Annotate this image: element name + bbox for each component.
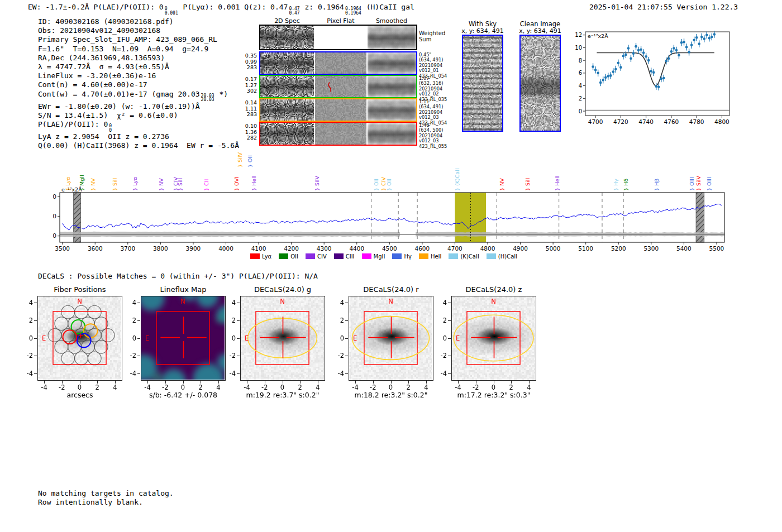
svg-text:3500: 3500 — [55, 245, 70, 252]
pixel-flat-image-2 — [315, 76, 366, 97]
cutout-row-label-2: 1.07"(632, 316)20210904v012_02423_RL_035 — [419, 76, 447, 102]
sky-image-box-1 — [519, 35, 561, 132]
line-fit-plot: 024681012470047204740476047804800e⁻¹⁷x2Å — [570, 27, 737, 134]
twod-spec-image-4 — [260, 123, 314, 145]
svg-text:0: 0 — [53, 232, 56, 239]
legend-swatch — [250, 253, 260, 259]
panel-xtick: 4 — [309, 384, 326, 391]
panel-ytick: -4 — [436, 370, 447, 377]
panel-ytick: -4 — [333, 370, 344, 377]
svg-text:3600: 3600 — [88, 245, 103, 252]
panel-ytick-mark — [237, 356, 240, 356]
panel-xtick: 2 — [503, 384, 519, 391]
line-label-SiII: } SiII — [177, 178, 183, 191]
spectrum-svg: 0102035003600370038003900400041004200430… — [53, 150, 732, 261]
panel-ytick: 2 — [333, 317, 344, 324]
panel-ytick-mark — [137, 303, 140, 303]
cutout-row-weights-3: 0.141.11283 — [240, 100, 257, 118]
sky-coords-0: x, y: 634, 491 — [454, 27, 512, 35]
panel-ytick: 0 — [125, 334, 136, 342]
svg-text:3700: 3700 — [120, 245, 135, 252]
clean-image — [521, 36, 560, 131]
legend-item-1: OII — [279, 253, 298, 260]
legend-label: MgII — [374, 253, 385, 260]
panel-xtick: -2 — [54, 384, 70, 391]
panel-ytick-mark — [448, 320, 451, 321]
smoothed-image-0 — [368, 26, 416, 49]
elixer-detection-report: EW: -1.7±-0.2Å P(LAE)/P(OII): 000.001 P(… — [0, 0, 782, 532]
twod-spec-image-3 — [260, 99, 314, 121]
panel-overlay-1: NE — [141, 296, 225, 380]
svg-text:4: 4 — [579, 83, 582, 89]
panel-ytick-mark — [237, 320, 240, 321]
svg-text:12: 12 — [575, 32, 582, 38]
panel-caption-3: m:18.2 re:3.2" s:0.2" — [335, 391, 447, 399]
legend-item-2: CIV — [306, 253, 327, 260]
panel-ytick-mark — [34, 356, 37, 356]
panel-box-1: NE — [141, 296, 226, 381]
line-label-OIII: } OIII — [689, 177, 695, 191]
panel-ytick-mark — [237, 338, 240, 339]
svg-text:e⁻¹⁷x2Å: e⁻¹⁷x2Å — [588, 33, 608, 39]
panel-ytick-mark — [237, 373, 240, 374]
legend-item-8: (H)CaII — [487, 253, 517, 260]
info-line-10: S/N = 13.4(±1.5) χ² = 0.6(±0.0) — [38, 111, 239, 120]
svg-text:6: 6 — [579, 70, 582, 76]
line-label-OII: } OII — [373, 179, 379, 191]
twod-spec-image-2 — [260, 76, 314, 97]
legend-item-3: CIII — [334, 253, 355, 260]
legend-swatch — [334, 253, 344, 259]
panel-title-3: DECaLS(24.0) r — [337, 285, 445, 294]
line-label-Hδ: } Hδ — [623, 179, 629, 191]
panel-xtick: -4 — [139, 384, 156, 391]
panel-ytick-mark — [137, 338, 140, 339]
spectrum-legend: LyαOIICIVCIIIMgIIHγHeII(K)CaII(H)CaII — [250, 251, 652, 261]
svg-text:3900: 3900 — [186, 245, 201, 252]
smoothed-image-4 — [368, 123, 416, 145]
smoothed-image-2 — [368, 76, 416, 97]
legend-swatch — [306, 253, 315, 259]
panel-xtick: -4 — [239, 384, 255, 391]
legend-item-5: Hγ — [392, 253, 411, 260]
withsky-image — [463, 36, 502, 131]
panel-xtick: 4 — [418, 384, 435, 391]
info-line-5: λ = 4747.72Å σ = 4.93(±0.55)Å — [38, 63, 239, 71]
info-line-12: LyA z = 2.9054 OII z = 0.2736 — [38, 132, 239, 141]
full-spectrum-plot: 0102035003600370038003900400041004200430… — [53, 150, 732, 263]
svg-text:4720: 4720 — [613, 118, 628, 125]
panel-xtick: 2 — [400, 384, 417, 391]
svg-text:N: N — [388, 298, 393, 305]
panel-ytick-mark — [448, 303, 451, 303]
panel-xtick: 0 — [383, 384, 399, 391]
line-label-Hβ: } Hβ — [654, 179, 660, 191]
panel-xtick: 4 — [521, 384, 537, 391]
legend-label: Lyα — [262, 253, 271, 260]
orange-fiber-circle — [84, 324, 98, 338]
panel-ytick: -4 — [125, 370, 136, 377]
panel-xtick: -2 — [468, 384, 484, 391]
panel-ytick: 4 — [225, 299, 236, 306]
panel-xtick: 2 — [89, 384, 106, 391]
line-label-CII: } CII — [203, 179, 209, 191]
panel-caption-1: s/b: -6.42 +/- 0.078 — [127, 391, 240, 399]
panel-title-4: DECaLS(24.0) z — [440, 285, 547, 294]
svg-text:10: 10 — [575, 45, 582, 51]
legend-label: HeII — [431, 253, 442, 260]
footer-notes: No matching targets in catalog.Row inten… — [38, 489, 174, 506]
panel-box-4: NE — [451, 296, 536, 381]
panel-xtick: 4 — [210, 384, 227, 391]
pixel-flat-image-1 — [315, 52, 366, 74]
svg-text:N: N — [491, 298, 496, 305]
panel-ytick-mark — [137, 356, 140, 356]
panel-ytick-mark — [137, 373, 140, 374]
panel-xtick: -2 — [256, 384, 273, 391]
panel-overlay-3: NE — [349, 296, 432, 380]
legend-swatch — [362, 253, 371, 259]
panel-xtick: 2 — [292, 384, 308, 391]
svg-text:4000: 4000 — [218, 245, 233, 252]
panel-overlay-0: NE — [38, 296, 121, 380]
pixel-flat-image-4 — [315, 123, 366, 145]
panel-overlay-2: NE — [241, 296, 324, 380]
svg-text:20: 20 — [53, 193, 56, 200]
legend-item-7: (K)CaII — [449, 253, 479, 260]
